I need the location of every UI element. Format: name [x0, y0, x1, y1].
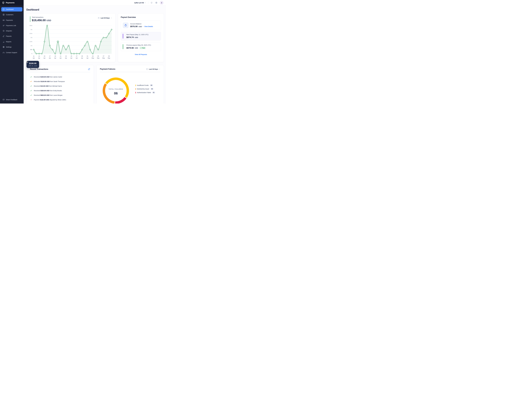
payment-failures-card: Payment Failures Last 30 Days TOTAL FAIL…: [96, 65, 164, 104]
next-payout-amount: $874.74: [126, 36, 134, 38]
bell-icon: [150, 2, 153, 4]
page-title: Dashboard: [26, 8, 164, 11]
previous-payout-amount: $979.98: [126, 47, 134, 49]
chevron-down-icon: [159, 68, 160, 70]
payments-logo-icon: [2, 1, 5, 4]
sidebar-item-payments-link[interactable]: Payments Link: [1, 23, 22, 28]
tooltip-date: APR 20, 2025: [26, 65, 39, 67]
settings-gear-button[interactable]: [155, 2, 157, 4]
transaction-row: Received $10.00 USD from Michael Harris: [30, 84, 90, 88]
payments-logo-icon: [2, 1, 5, 4]
sidebar-nav: DashboardCustomersPaymentsPayments LinkD…: [0, 6, 24, 55]
svg-text:May: May: [108, 57, 110, 59]
svg-text:25: 25: [71, 56, 72, 57]
notifications-button[interactable]: [150, 2, 153, 4]
money-bag-icon: [123, 22, 129, 28]
excl-icon: [30, 99, 32, 101]
sidebar-item-disputes[interactable]: Disputes: [1, 29, 22, 33]
bars-icon: [3, 41, 5, 43]
svg-text:3.5 k: 3.5 k: [30, 25, 32, 26]
transaction-text: Payment $122.00 USD disputed by Olivia C…: [34, 99, 66, 101]
transaction-text: Received $320.00 USD from Emily Brooks: [34, 90, 62, 92]
avatar[interactable]: Z: [160, 1, 163, 5]
svg-text:Apr: Apr: [70, 57, 72, 59]
excl-icon: [30, 99, 32, 101]
sidebar-item-payouts[interactable]: Payouts: [1, 34, 22, 38]
content: Dashboard Total transactions $19,456.00 …: [24, 6, 166, 104]
transactions-list: Received $100.00 USD from James Carter R…: [30, 74, 90, 102]
refund-icon: [30, 81, 32, 82]
app-logo: Payments: [0, 0, 24, 6]
chart-header: Total transactions $19,456.00 USD: [30, 16, 51, 22]
mouse-cursor: [26, 61, 29, 64]
legend-label: Insufficient Funds: [137, 84, 149, 86]
transaction-text: Refunded $120.00 USD from Sarah Thompson: [34, 81, 65, 82]
next-payout-label: Next Payout (May 12, 2025 UTC): [126, 34, 159, 35]
recent-transactions-title: Recent Transactions: [30, 68, 48, 70]
svg-text:13: 13: [38, 56, 40, 57]
sidebar: Payments DashboardCustomersPaymentsPayme…: [0, 0, 24, 104]
app-title: Payments: [6, 2, 15, 4]
previous-payout-label: Previous payout (May 09, 2025 UTC): [126, 44, 159, 46]
svg-text:2.5 k: 2.5 k: [30, 33, 32, 34]
svg-text:05: 05: [97, 56, 99, 57]
svg-text:Apr: Apr: [44, 57, 45, 59]
payment-failures-title: Payment Failures: [100, 68, 115, 70]
transaction-row: Payment $122.00 USD disputed by Olivia C…: [30, 97, 90, 102]
org-switcher[interactable]: Zylker pvt ltd: [134, 2, 146, 4]
payout-overview-title: Payout Overview: [121, 16, 161, 19]
sidebar-item-dashboard[interactable]: Dashboard: [1, 7, 22, 12]
chat-icon: [3, 99, 5, 101]
sidebar-item-customers[interactable]: Customers: [1, 12, 22, 17]
view-all-payouts-link[interactable]: View All Payouts: [121, 54, 161, 55]
svg-text:May: May: [97, 57, 99, 59]
svg-text:May: May: [92, 57, 94, 59]
svg-text:3 k: 3 k: [31, 29, 32, 30]
legend-count-badge: 02: [150, 88, 154, 90]
sidebar-item-share-feedback[interactable]: Share Feedback: [1, 98, 22, 102]
transaction-row: Refunded $120.00 USD from Sarah Thompson: [30, 79, 90, 84]
failures-donut-chart[interactable]: TOTAL FAILURES06: [102, 77, 130, 104]
chevron-down-icon: [111, 17, 112, 19]
sidebar-item-settings[interactable]: Settings: [1, 45, 22, 49]
svg-text:Apr: Apr: [49, 57, 51, 59]
legend-item-authentication-failed: Authentication Failed 01: [135, 92, 155, 94]
refresh-icon: [88, 68, 90, 70]
sidebar-item-label: Settings: [6, 46, 12, 48]
sidebar-item-label: Payouts: [6, 35, 12, 37]
sidebar-item-reports[interactable]: Reports: [1, 40, 22, 44]
legend-item-declined-by-issuer: Declined by Issuer 02: [135, 88, 155, 90]
account-balance-amount: $976.08: [130, 25, 138, 28]
check-icon: ✓: [140, 47, 141, 49]
transaction-text: Received $100.00 USD from James Carter: [34, 76, 62, 78]
date-range-dropdown[interactable]: Last 30 Days: [98, 17, 112, 19]
svg-text:1.5 k: 1.5 k: [30, 41, 32, 42]
sidebar-item-label: Disputes: [6, 30, 12, 32]
transaction-row: Received $100.00 USD from James Carter: [30, 74, 90, 79]
gauge-icon: [3, 8, 5, 10]
svg-text:Apr: Apr: [65, 57, 67, 59]
sidebar-item-label: Dashboard: [6, 8, 13, 10]
sidebar-item-payments[interactable]: Payments: [1, 18, 22, 22]
check-icon: [30, 76, 32, 78]
svg-text:06: 06: [114, 92, 118, 95]
total-amount: $19,456.00 USD: [32, 19, 51, 22]
sidebar-item-label: Payments: [6, 19, 13, 21]
account-balance-label: Account Balance: [130, 23, 153, 25]
check-icon: [30, 90, 32, 92]
topbar: Zylker pvt ltd Z: [24, 0, 166, 6]
view-details-link[interactable]: View Details: [144, 26, 153, 27]
refresh-button[interactable]: [88, 68, 90, 70]
sidebar-item-label: Reports: [6, 41, 11, 43]
svg-text:Apr: Apr: [54, 57, 56, 59]
purple-accent-bar: [123, 34, 123, 38]
svg-text:23: 23: [65, 56, 67, 57]
transactions-line-chart[interactable]: 05001 k1.5 k2 k2.5 k3 k3.5 k11Apr13Apr15…: [26, 23, 115, 61]
svg-text:500: 500: [30, 49, 32, 50]
sidebar-item-contact-support[interactable]: Contact Support: [1, 50, 22, 55]
green-accent-bar: [123, 44, 123, 49]
calendar-icon: [146, 68, 148, 70]
account-balance-card: Account Balance $976.08 USD View Details: [121, 20, 161, 30]
failures-date-range-dropdown[interactable]: Last 30 Days: [146, 68, 160, 70]
svg-text:Apr: Apr: [86, 57, 88, 59]
